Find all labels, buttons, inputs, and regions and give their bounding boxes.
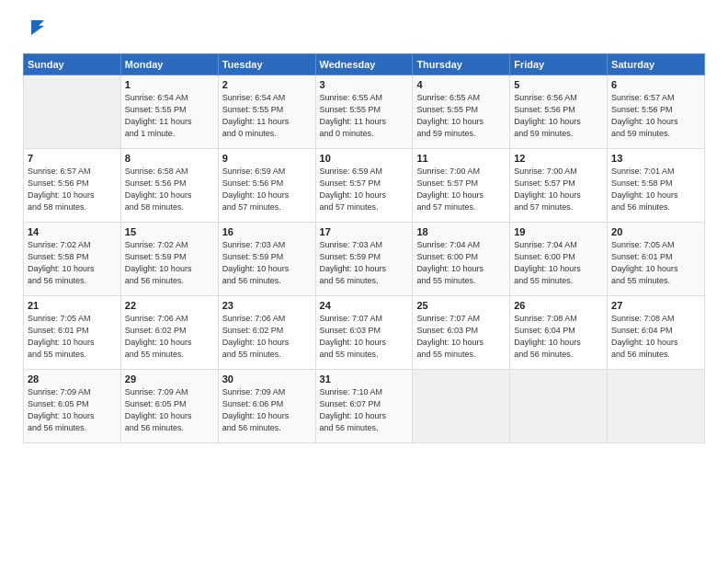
calendar-cell: 25Sunrise: 7:07 AM Sunset: 6:03 PM Dayli… [413,296,510,370]
calendar-cell: 24Sunrise: 7:07 AM Sunset: 6:03 PM Dayli… [315,296,413,370]
calendar-cell: 13Sunrise: 7:01 AM Sunset: 5:58 PM Dayli… [608,149,705,223]
day-info: Sunrise: 7:06 AM Sunset: 6:02 PM Dayligh… [125,313,214,361]
calendar-cell: 3Sunrise: 6:55 AM Sunset: 5:55 PM Daylig… [315,75,413,149]
day-number: 22 [125,300,214,311]
week-row-3: 14Sunrise: 7:02 AM Sunset: 5:58 PM Dayli… [24,223,705,296]
calendar-cell: 16Sunrise: 7:03 AM Sunset: 5:59 PM Dayli… [218,223,315,296]
day-number: 7 [28,153,117,164]
calendar-cell: 9Sunrise: 6:59 AM Sunset: 5:56 PM Daylig… [218,149,315,223]
day-info: Sunrise: 6:56 AM Sunset: 5:56 PM Dayligh… [514,92,603,140]
day-number: 13 [611,153,700,164]
day-number: 14 [28,226,117,237]
calendar-cell: 4Sunrise: 6:55 AM Sunset: 5:55 PM Daylig… [413,75,510,149]
day-number: 16 [222,226,312,237]
day-number: 12 [514,153,603,164]
calendar-cell: 10Sunrise: 6:59 AM Sunset: 5:57 PM Dayli… [315,149,413,223]
calendar-cell: 30Sunrise: 7:09 AM Sunset: 6:06 PM Dayli… [218,370,315,443]
week-row-4: 21Sunrise: 7:05 AM Sunset: 6:01 PM Dayli… [24,296,705,370]
day-number: 19 [514,226,603,237]
day-info: Sunrise: 6:57 AM Sunset: 5:56 PM Dayligh… [611,92,700,140]
day-info: Sunrise: 7:00 AM Sunset: 5:57 PM Dayligh… [416,166,506,213]
day-info: Sunrise: 7:04 AM Sunset: 6:00 PM Dayligh… [514,239,603,287]
header-cell-sunday: Sunday [24,54,121,75]
day-info: Sunrise: 7:03 AM Sunset: 5:59 PM Dayligh… [320,239,409,287]
day-number: 9 [222,153,312,164]
day-info: Sunrise: 7:02 AM Sunset: 5:59 PM Dayligh… [125,239,214,287]
day-number: 24 [320,300,409,311]
calendar-cell: 19Sunrise: 7:04 AM Sunset: 6:00 PM Dayli… [510,223,608,296]
day-info: Sunrise: 7:09 AM Sunset: 6:05 PM Dayligh… [28,386,117,434]
day-info: Sunrise: 6:59 AM Sunset: 5:57 PM Dayligh… [320,166,409,213]
day-info: Sunrise: 7:03 AM Sunset: 5:59 PM Dayligh… [222,239,312,287]
day-number: 17 [320,226,409,237]
calendar-cell: 22Sunrise: 7:06 AM Sunset: 6:02 PM Dayli… [120,296,218,370]
header-cell-friday: Friday [510,54,608,75]
day-info: Sunrise: 6:54 AM Sunset: 5:55 PM Dayligh… [222,92,312,140]
day-number: 23 [222,300,312,311]
day-number: 2 [222,79,312,90]
day-info: Sunrise: 7:02 AM Sunset: 5:58 PM Dayligh… [28,239,117,287]
header-cell-thursday: Thursday [413,54,510,75]
day-info: Sunrise: 7:08 AM Sunset: 6:04 PM Dayligh… [514,313,603,361]
calendar-cell: 2Sunrise: 6:54 AM Sunset: 5:55 PM Daylig… [218,75,315,149]
calendar-cell: 20Sunrise: 7:05 AM Sunset: 6:01 PM Dayli… [608,223,705,296]
calendar-cell: 23Sunrise: 7:06 AM Sunset: 6:02 PM Dayli… [218,296,315,370]
day-info: Sunrise: 7:04 AM Sunset: 6:00 PM Dayligh… [416,239,506,287]
header-cell-tuesday: Tuesday [218,54,315,75]
calendar-cell: 8Sunrise: 6:58 AM Sunset: 5:56 PM Daylig… [120,149,218,223]
week-row-5: 28Sunrise: 7:09 AM Sunset: 6:05 PM Dayli… [24,370,705,443]
day-number: 4 [416,79,506,90]
day-number: 11 [416,153,506,164]
day-number: 1 [125,79,214,90]
header-cell-monday: Monday [120,54,218,75]
day-number: 26 [514,300,603,311]
day-info: Sunrise: 7:09 AM Sunset: 6:06 PM Dayligh… [222,386,312,434]
day-number: 21 [28,300,117,311]
day-info: Sunrise: 6:55 AM Sunset: 5:55 PM Dayligh… [416,92,506,140]
calendar-cell: 15Sunrise: 7:02 AM Sunset: 5:59 PM Dayli… [120,223,218,296]
day-info: Sunrise: 6:55 AM Sunset: 5:55 PM Dayligh… [320,92,409,140]
day-number: 10 [320,153,409,164]
logo-icon [26,18,46,39]
calendar-cell: 21Sunrise: 7:05 AM Sunset: 6:01 PM Dayli… [24,296,121,370]
day-info: Sunrise: 7:06 AM Sunset: 6:02 PM Dayligh… [222,313,312,361]
calendar-cell [413,370,510,443]
calendar-cell: 6Sunrise: 6:57 AM Sunset: 5:56 PM Daylig… [608,75,705,149]
header-cell-wednesday: Wednesday [315,54,413,75]
calendar-table: SundayMondayTuesdayWednesdayThursdayFrid… [23,53,705,443]
svg-marker-0 [31,20,44,35]
day-number: 27 [611,300,700,311]
header-row: SundayMondayTuesdayWednesdayThursdayFrid… [24,54,705,75]
calendar-cell: 12Sunrise: 7:00 AM Sunset: 5:57 PM Dayli… [510,149,608,223]
week-row-2: 7Sunrise: 6:57 AM Sunset: 5:56 PM Daylig… [24,149,705,223]
calendar-cell: 18Sunrise: 7:04 AM Sunset: 6:00 PM Dayli… [413,223,510,296]
day-info: Sunrise: 6:58 AM Sunset: 5:56 PM Dayligh… [125,166,214,213]
calendar-cell: 28Sunrise: 7:09 AM Sunset: 6:05 PM Dayli… [24,370,121,443]
day-number: 3 [320,79,409,90]
calendar-cell: 17Sunrise: 7:03 AM Sunset: 5:59 PM Dayli… [315,223,413,296]
calendar-cell: 26Sunrise: 7:08 AM Sunset: 6:04 PM Dayli… [510,296,608,370]
day-number: 29 [125,373,214,385]
day-info: Sunrise: 7:07 AM Sunset: 6:03 PM Dayligh… [320,313,409,361]
day-number: 28 [28,373,117,385]
day-number: 6 [611,79,700,90]
day-info: Sunrise: 7:01 AM Sunset: 5:58 PM Dayligh… [611,166,700,213]
day-number: 31 [320,373,409,385]
day-info: Sunrise: 7:09 AM Sunset: 6:05 PM Dayligh… [125,386,214,434]
calendar-cell [608,370,705,443]
day-number: 15 [125,226,214,237]
calendar-cell: 1Sunrise: 6:54 AM Sunset: 5:55 PM Daylig… [120,75,218,149]
calendar-cell: 5Sunrise: 6:56 AM Sunset: 5:56 PM Daylig… [510,75,608,149]
header [23,18,705,42]
calendar-cell [24,75,121,149]
day-number: 25 [416,300,506,311]
day-number: 20 [611,226,700,237]
week-row-1: 1Sunrise: 6:54 AM Sunset: 5:55 PM Daylig… [24,75,705,149]
calendar-cell: 14Sunrise: 7:02 AM Sunset: 5:58 PM Dayli… [24,223,121,296]
header-cell-saturday: Saturday [608,54,705,75]
calendar-cell [510,370,608,443]
day-info: Sunrise: 7:07 AM Sunset: 6:03 PM Dayligh… [416,313,506,361]
day-info: Sunrise: 7:05 AM Sunset: 6:01 PM Dayligh… [611,239,700,287]
day-number: 18 [416,226,506,237]
logo [23,18,46,42]
